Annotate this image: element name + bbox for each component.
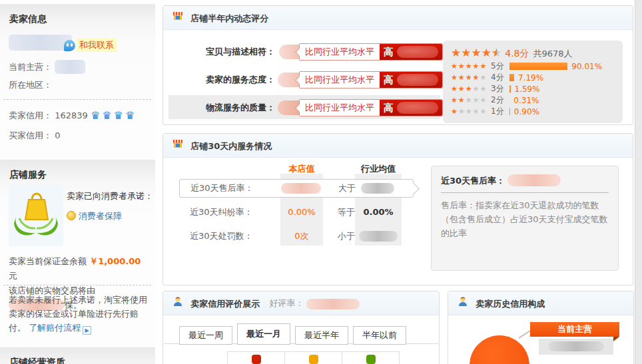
contact-me-button[interactable]: 和我联系 [64,39,117,52]
neutral-icon [309,355,318,364]
breakdown-row-2: ★★★★★ 2分 0.31% [451,94,623,106]
col-header-shop: 本店值 [276,163,327,175]
aftersale-info-box: 近30天售后率： 售后率：指卖家在近30天退款成功的笔数（包含售后成立）占近30… [431,166,619,271]
breakdown-row-4: ★★★★★ 4分 7.19% [451,72,623,83]
person-icon [172,292,183,316]
consumer-protection-link[interactable]: 消费者保障 [79,211,122,221]
positive-icon [252,355,261,364]
shop-value: 0次 [280,230,323,243]
region-row: 所在地区： [9,79,52,91]
industry-value: 0.00% [355,206,402,219]
consumer-protection-row: 消费者保障 [67,210,122,222]
row-level: 4分 [491,72,509,83]
current-business-value-box [539,339,613,355]
row-level: 3分 [491,83,509,94]
row-label: 近30天处罚数： [190,230,253,243]
medal-icon [67,211,76,220]
buyer-credit-value: 0 [55,130,60,140]
row-level: 1分 [491,106,509,117]
higher-word: 高 [384,70,394,90]
tab-last-week[interactable]: 最近一周 [179,326,232,345]
rating-label: 物流服务的质量： [163,98,275,118]
percent-bar [509,74,514,81]
neutral-cell [284,351,342,364]
wangwang-chat-icon [64,40,75,51]
qualification-title: 店铺经营资质 [0,347,155,364]
row-level: 5分 [491,61,509,72]
time-range-tabs: 最近一周最近一月最近半年半年以前 [179,325,411,345]
row-percent: 7.19% [518,73,543,83]
compensation-link[interactable]: 了解赔付流程 [29,323,81,333]
negative-icon [366,355,376,364]
breakdown-row-5: ★★★★★ 5分 90.01% [451,61,623,72]
contact-me-label: 和我联系 [77,39,117,52]
half-star-icon: ★★ [491,46,501,59]
percent-bar [509,108,510,115]
seller-credit-row: 卖家信用： 162839 ♛♛♛♛ [9,109,137,122]
shop-service-title: 店铺服务 [0,160,155,181]
industry-value-redacted [361,183,394,194]
dynamic-rating-panel: 店铺半年内动态评分 宝贝与描述相符： 比同行业平均水平 高 卖家的服务态度： 比… [162,5,633,125]
positive-cell [227,351,285,364]
info-description: 售后率：指卖家在近30天退款成功的笔数（包含售后成立）占近30天支付宝成交笔数的… [441,198,609,240]
positive-rate-redacted [306,299,360,309]
higher-word: 高 [384,42,394,62]
penalty-count-row: 近30天处罚数： 0次 小于 [163,230,430,243]
crown-rank-icons: ♛♛♛♛ [91,109,137,122]
percent-bar [509,63,567,70]
shop-icon [172,134,183,158]
rating-summary-box: ★★★★★★4.8分共9678人 ★★★★★ 5分 90.01% ★★★★★ 4… [443,41,623,123]
info-title: 近30天售后率： [441,176,505,186]
main-business-label: 当前主营： [9,62,52,72]
seller-name-redacted [9,35,72,51]
tab-before-half-year[interactable]: 半年以前 [353,326,406,345]
rating-type-cells [227,351,399,364]
rating-row-description: 宝贝与描述相符： 比同行业平均水平 高 [163,42,443,62]
current-business-label: 当前主营 [557,324,592,334]
current-business-ribbon: 当前主营 [530,322,619,337]
consumer-protection-icon [9,185,63,246]
panel-title: 卖家信用评价展示 [190,299,260,309]
percent-redacted [397,46,438,58]
row-percent: 90.01% [571,62,602,71]
service-30d-panel: 店铺30天内服务情况 本店值 行业均值 近30天售后率： 大于 近30天纠纷率：… [162,133,633,285]
panel-title: 店铺半年内动态评分 [190,13,268,23]
percent-bar [509,85,511,92]
compare-text: 比同行业平均水平 [300,72,380,88]
tab-last-half-year[interactable]: 最近半年 [295,326,348,345]
compare-text: 比同行业平均水平 [300,44,380,60]
tab-last-month[interactable]: 最近一月 [237,323,290,345]
current-business-redacted [548,341,604,351]
rating-row-service: 卖家的服务态度： 比同行业平均水平 高 [163,70,443,90]
divider [3,285,151,285]
aftersale-rate-row[interactable]: 近30天售后率： 大于 [179,179,414,198]
main-business-redacted [55,60,85,74]
row-percent: 0.90% [514,107,539,116]
rating-row-logistics: 物流服务的质量： 比同行业平均水平 高 [163,98,443,118]
rating-label: 卖家的服务态度： [163,70,275,90]
row-stars: ★★★★★ [451,62,491,71]
row-operator: 小于 [338,230,355,243]
industry-value-redacted [359,231,398,242]
dispute-rate-row: 近30天纠纷率： 0.00% 等于 0.00% [163,206,430,219]
breakdown-row-3: ★★★★★ 3分 1.59% [451,83,623,94]
overall-score: 4.8分 [505,48,529,59]
seller-credit-label: 卖家信用： [9,110,52,120]
credit-history-header: 卖家历史信用构成 [448,291,633,315]
region-label: 所在地区： [9,80,52,90]
seller-credit-value: 162839 [55,110,88,120]
ribbon-fold [613,337,619,341]
industry-compare-callout: 比同行业平均水平 高 [299,43,443,61]
deposit-amount: ￥1,000.00 [89,256,141,266]
row-stars: ★★★★★ [451,107,491,116]
divider [441,192,609,193]
row-label: 近30天纠纷率： [190,206,253,219]
credit-history-pie-chart [470,335,529,364]
positive-rate-label: 好评率： [269,298,304,308]
overall-stars: ★★★★★★4.8分共9678人 [451,46,623,61]
scrollbar-track[interactable] [635,0,642,364]
row-operator: 大于 [338,180,356,197]
negative-cell [342,351,400,364]
col-header-industry: 行业均值 [351,163,406,175]
qualification-section: 店铺经营资质 [0,347,155,364]
